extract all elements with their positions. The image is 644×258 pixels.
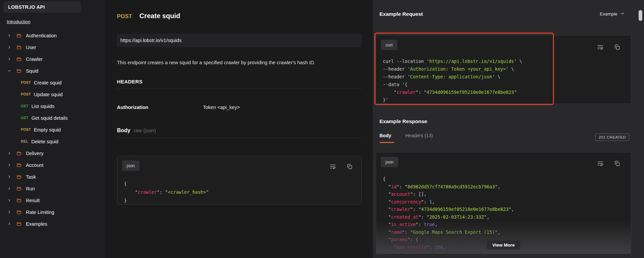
sidebar-item-label: Result (26, 198, 40, 203)
endpoint-description: This endpoint creates a new squid for a … (117, 60, 359, 65)
code-line: "is_active": true, (383, 221, 626, 228)
sidebar-item-create-squid[interactable]: POSTCreate squid (0, 77, 105, 88)
folder-icon (16, 221, 22, 226)
sidebar-item-get-squid-details[interactable]: GETGet squid details (0, 112, 105, 124)
chevron-right-icon[interactable] (7, 198, 13, 202)
divider (117, 138, 362, 138)
code-line: --header 'Content-Type: application/json… (383, 73, 626, 81)
sidebar-item-crawler[interactable]: Crawler (0, 53, 105, 65)
chevron-right-icon[interactable] (7, 45, 13, 49)
sidebar-item-squid[interactable]: Squid (0, 65, 105, 77)
example-request-code-block: curl curl --location 'https://api.lobstr… (376, 35, 631, 104)
chevron-right-icon[interactable] (7, 175, 13, 179)
sidebar-item-authentication[interactable]: Authentication (0, 30, 105, 41)
sidebar-nav: AuthenticationUserCrawlerSquidPOSTCreate… (0, 30, 105, 230)
examples-panel: Example Request Example curl curl --loca… (373, 0, 644, 258)
code-line: { (383, 175, 626, 183)
sidebar-item-label: Empty squid (34, 127, 61, 133)
chevron-right-icon[interactable] (7, 187, 13, 190)
folder-icon (16, 33, 22, 38)
sidebar-item-label: Rate Limiting (26, 210, 54, 215)
folder-icon (16, 186, 22, 191)
sidebar-item-rate-limiting[interactable]: Rate Limiting (0, 206, 105, 218)
folder-icon (16, 210, 22, 215)
chevron-down-icon (620, 11, 625, 16)
sidebar-item-label: Delete squid (31, 139, 58, 144)
sidebar-item-task[interactable]: Task (0, 171, 105, 183)
code-line: } (124, 196, 357, 205)
tab-body[interactable]: Body (379, 133, 391, 143)
sidebar-item-user[interactable]: User (0, 41, 105, 53)
chevron-right-icon[interactable] (7, 34, 13, 37)
example-dropdown[interactable]: Example (600, 11, 625, 16)
wrap-text-icon[interactable] (597, 160, 604, 167)
header-key: Authorization (117, 105, 203, 110)
folder-icon (16, 198, 22, 203)
folder-icon (16, 162, 22, 168)
sidebar-item-result[interactable]: Result (0, 194, 105, 206)
copy-icon[interactable] (346, 163, 353, 170)
sidebar-item-label: Get squid details (32, 115, 68, 121)
language-chip: json (381, 157, 398, 167)
sidebar-item-examples[interactable]: Examples (0, 218, 105, 230)
chevron-right-icon[interactable] (7, 210, 13, 214)
sidebar-item-delete-squid[interactable]: DELDelete squid (0, 136, 105, 147)
code-line: curl --location 'https://api.lobstr.io/v… (383, 58, 626, 65)
code-line: "created_at": "2025-02-03T14:23:33Z", (383, 213, 626, 221)
wrap-text-icon[interactable] (329, 163, 336, 170)
code-line: "crawler": "<crawler_hash>" (124, 188, 357, 196)
chevron-right-icon[interactable] (7, 57, 13, 61)
sidebar-item-account[interactable]: Account (0, 159, 105, 171)
code-line: "crawler": "4734d096159ef05210e0e1677e8b… (383, 206, 626, 213)
body-section-title: Body (117, 127, 130, 134)
status-badge: 201 CREATED (595, 134, 629, 141)
method-badge-get: GET (21, 104, 29, 108)
endpoint-title-row: POST Create squid (117, 12, 180, 20)
body-section-subtitle: raw (json) (134, 127, 156, 133)
copy-icon[interactable] (613, 43, 621, 51)
sidebar-item-update-squid[interactable]: POSTUpdate squid (0, 88, 105, 100)
response-tabs: Body Headers (13) (379, 133, 433, 143)
sidebar-item-label: Task (26, 174, 36, 180)
folder-icon (16, 174, 22, 179)
sidebar-item-label: Create squid (34, 80, 62, 85)
code-content: { "crawler": "<crawler_hash>"} (124, 180, 357, 205)
chevron-right-icon[interactable] (7, 222, 13, 226)
app-root: LOBSTR.IO API Introduction Authenticatio… (0, 0, 644, 258)
body-section-title-row: Body raw (json) (117, 127, 156, 134)
copy-icon[interactable] (613, 160, 621, 167)
sidebar-item-label: Authentication (26, 33, 57, 38)
scrollbar-thumb[interactable] (639, 10, 642, 21)
sidebar-item-empty-squid[interactable]: POSTEmpty squid (0, 124, 105, 136)
sidebar-item-run[interactable]: Run (0, 183, 105, 194)
divider (117, 88, 362, 89)
sidebar-item-delivery[interactable]: Delivery (0, 147, 105, 159)
code-line: "concurrency": 1, (383, 198, 626, 206)
introduction-link[interactable]: Introduction (7, 19, 31, 24)
view-more-button[interactable]: View More (487, 241, 520, 250)
chevron-right-icon[interactable] (7, 163, 13, 167)
page-title: Create squid (139, 12, 180, 20)
sidebar-item-label: Examples (26, 221, 47, 227)
example-response-title: Example Response (379, 118, 427, 124)
tab-headers[interactable]: Headers (13) (405, 133, 433, 143)
method-badge-get: GET (21, 116, 29, 120)
chevron-right-icon[interactable] (7, 151, 13, 155)
code-line: "crawler": "4734d096159ef05210e0e1677e8b… (383, 88, 626, 96)
chevron-down-icon[interactable] (7, 69, 13, 73)
language-chip: json (122, 160, 139, 171)
header-row-authorization: Authorization Token <api_key> (117, 105, 362, 110)
header-value: Token <api_key> (203, 105, 240, 110)
sidebar-item-label: Crawler (26, 57, 43, 62)
sidebar: LOBSTR.IO API Introduction Authenticatio… (0, 0, 105, 258)
sidebar-item-list-squids[interactable]: GETList squids (0, 100, 105, 112)
code-line: --data '{ (383, 81, 626, 88)
endpoint-doc: POST Create squid https://api.lobstr.io/… (105, 0, 373, 258)
folder-icon (16, 45, 22, 50)
endpoint-method-badge: POST (117, 13, 132, 20)
wrap-text-icon[interactable] (597, 43, 604, 51)
example-request-title: Example Request (379, 11, 423, 17)
api-title: LOBSTR.IO API (3, 1, 81, 13)
code-line: }' (383, 96, 626, 104)
folder-icon (16, 151, 22, 156)
